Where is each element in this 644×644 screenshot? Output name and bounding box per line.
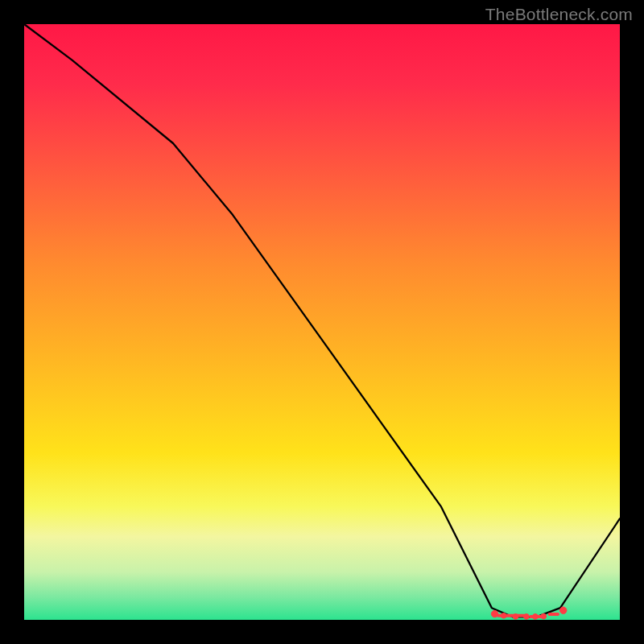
highlight-dot bbox=[541, 613, 547, 619]
chart-stage: TheBottleneck.com bbox=[0, 0, 644, 644]
highlight-dot bbox=[513, 614, 518, 620]
highlight-dot bbox=[533, 614, 539, 620]
highlight-dot bbox=[560, 607, 567, 613]
chart-overlay bbox=[24, 24, 620, 620]
series-curve bbox=[24, 24, 620, 617]
highlight-dot bbox=[501, 613, 506, 619]
highlight-dot bbox=[491, 610, 497, 617]
highlight-dot bbox=[524, 614, 530, 620]
watermark-text: TheBottleneck.com bbox=[485, 5, 633, 24]
